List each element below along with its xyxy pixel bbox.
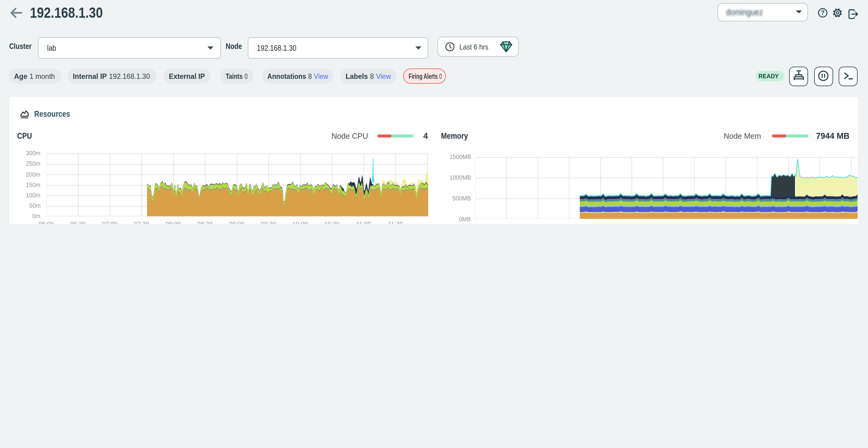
svg-text:?: ? [820,9,824,16]
